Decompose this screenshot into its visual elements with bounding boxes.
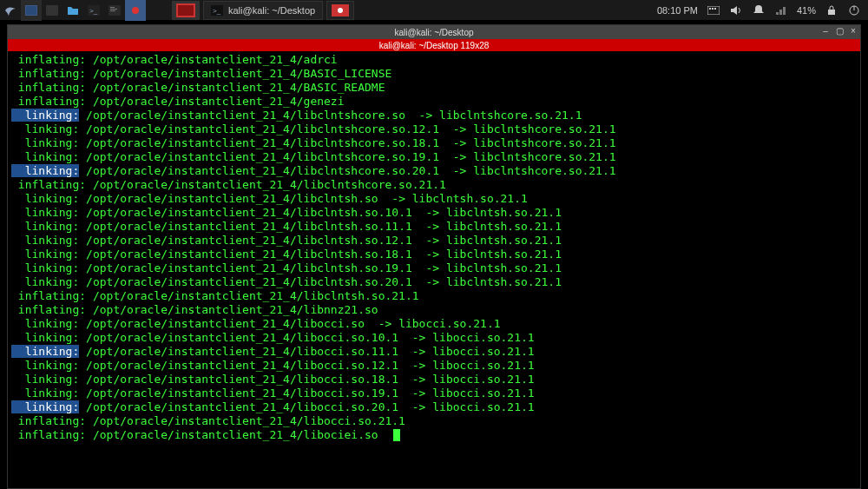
- terminal-line: linking: /opt/oracle/instantclient_21_4/…: [11, 373, 857, 387]
- terminal-line: linking: /opt/oracle/instantclient_21_4/…: [11, 122, 857, 136]
- keyboard-icon[interactable]: [707, 3, 720, 17]
- taskbar-terminal-item[interactable]: >_ kali@kali: ~/Desktop: [203, 1, 323, 20]
- terminal-line: linking: /opt/oracle/instantclient_21_4/…: [11, 109, 857, 122]
- window-titlebar[interactable]: kali@kali: ~/Desktop – ▢ ×: [8, 25, 860, 39]
- terminal-line: linking: /opt/oracle/instantclient_21_4/…: [11, 331, 857, 345]
- svg-rect-6: [110, 7, 115, 8]
- terminal-line: inflating: /opt/oracle/instantclient_21_…: [11, 303, 857, 317]
- terminal-line: inflating: /opt/oracle/instantclient_21_…: [11, 67, 857, 81]
- terminal-line: linking: /opt/oracle/instantclient_21_4/…: [11, 317, 857, 331]
- panel-right: 08:10 PM 41%: [657, 3, 868, 17]
- terminal-line: inflating: /opt/oracle/instantclient_21_…: [11, 53, 857, 67]
- terminal-output[interactable]: inflating: /opt/oracle/instantclient_21_…: [8, 51, 860, 488]
- terminal-line: linking: /opt/oracle/instantclient_21_4/…: [11, 248, 857, 261]
- kali-menu-icon[interactable]: [0, 0, 21, 21]
- svg-rect-18: [712, 8, 713, 10]
- minimize-button[interactable]: –: [820, 27, 831, 36]
- taskbar-workspace-thumb[interactable]: [172, 1, 200, 20]
- app-switcher-icon[interactable]: [125, 0, 146, 21]
- terminal-line: inflating: /opt/oracle/instantclient_21_…: [11, 81, 857, 95]
- window-title: kali@kali: ~/Desktop: [394, 28, 473, 37]
- network-icon[interactable]: [774, 3, 788, 17]
- panel-left: >_ >_ kali@kali: ~/Desktop: [0, 0, 354, 21]
- terminal-line: linking: /opt/oracle/instantclient_21_4/…: [11, 150, 857, 164]
- volume-icon[interactable]: [729, 3, 743, 17]
- terminal-line: linking: /opt/oracle/instantclient_21_4/…: [11, 192, 857, 206]
- window-controls: – ▢ ×: [820, 27, 858, 36]
- terminal-window: kali@kali: ~/Desktop – ▢ × kali@kali: ~/…: [7, 24, 861, 489]
- terminal-line: inflating: /opt/oracle/instantclient_21_…: [11, 178, 857, 192]
- terminal-line: linking: /opt/oracle/instantclient_21_4/…: [11, 220, 857, 234]
- files-icon[interactable]: [62, 0, 83, 21]
- battery-percentage: 41%: [797, 5, 816, 16]
- maximize-button[interactable]: ▢: [834, 27, 845, 36]
- taskbar-recording-item[interactable]: [326, 1, 354, 20]
- terminal-line: linking: /opt/oracle/instantclient_21_4/…: [11, 359, 857, 373]
- terminal-line: linking: /opt/oracle/instantclient_21_4/…: [11, 164, 857, 178]
- window-subtitle-text: kali@kali: ~/Desktop 119x28: [379, 41, 490, 50]
- svg-rect-22: [854, 6, 855, 10]
- svg-point-15: [338, 8, 343, 13]
- terminal-line: inflating: /opt/oracle/instantclient_21_…: [11, 289, 857, 303]
- svg-rect-7: [110, 9, 117, 10]
- svg-text:>_: >_: [89, 7, 98, 15]
- workspace-1-icon[interactable]: [21, 0, 42, 21]
- svg-rect-1: [26, 6, 36, 15]
- terminal-cursor: [393, 429, 400, 441]
- lock-icon[interactable]: [825, 3, 838, 17]
- terminal-line: linking: /opt/oracle/instantclient_21_4/…: [11, 387, 857, 400]
- taskbar-item-label: kali@kali: ~/Desktop: [228, 5, 315, 16]
- svg-rect-16: [707, 6, 720, 15]
- terminal-line: linking: /opt/oracle/instantclient_21_4/…: [11, 400, 857, 414]
- terminal-line: inflating: /opt/oracle/instantclient_21_…: [11, 414, 857, 428]
- svg-rect-11: [178, 5, 194, 16]
- terminal-line: linking: /opt/oracle/instantclient_21_4/…: [11, 345, 857, 359]
- terminal-line: linking: /opt/oracle/instantclient_21_4/…: [11, 275, 857, 289]
- terminal-line: linking: /opt/oracle/instantclient_21_4/…: [11, 206, 857, 220]
- svg-rect-8: [110, 10, 115, 11]
- svg-rect-17: [709, 8, 711, 10]
- terminal-line: linking: /opt/oracle/instantclient_21_4/…: [11, 234, 857, 248]
- system-panel: >_ >_ kali@kali: ~/Desktop 08:10 PM: [0, 0, 868, 21]
- terminal-line: inflating: /opt/oracle/instantclient_21_…: [11, 428, 857, 442]
- svg-rect-20: [828, 10, 835, 15]
- svg-point-9: [132, 7, 139, 14]
- window-subtitle: kali@kali: ~/Desktop 119x28: [8, 39, 860, 51]
- svg-rect-19: [714, 8, 716, 10]
- terminal-line: inflating: /opt/oracle/instantclient_21_…: [11, 95, 857, 109]
- workspace-2-icon[interactable]: [42, 0, 62, 21]
- notifications-icon[interactable]: [752, 3, 766, 17]
- terminal-line: linking: /opt/oracle/instantclient_21_4/…: [11, 261, 857, 275]
- svg-rect-2: [46, 5, 58, 16]
- power-icon[interactable]: [847, 3, 861, 17]
- terminal-icon: >_: [211, 4, 223, 17]
- close-button[interactable]: ×: [848, 27, 858, 36]
- terminal-line: linking: /opt/oracle/instantclient_21_4/…: [11, 136, 857, 150]
- clock[interactable]: 08:10 PM: [657, 5, 698, 16]
- svg-text:>_: >_: [213, 7, 221, 15]
- terminal-launcher-icon[interactable]: >_: [83, 0, 104, 21]
- text-editor-icon[interactable]: [104, 0, 125, 21]
